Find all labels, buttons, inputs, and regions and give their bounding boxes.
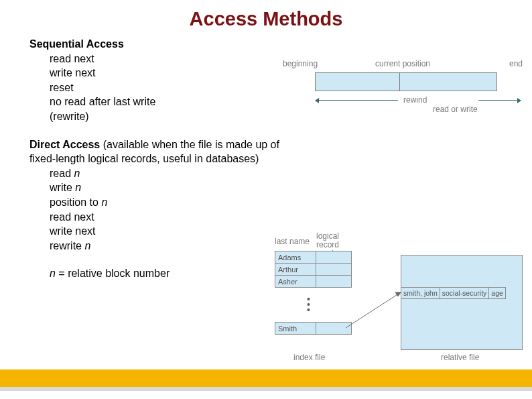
label-read-write: read or write xyxy=(433,105,478,114)
footer-bar xyxy=(0,369,532,387)
label-beginning: beginning xyxy=(283,59,318,68)
label-current-position: current position xyxy=(375,59,430,68)
figure-sequential-access: beginning current position end rewind re… xyxy=(277,63,524,117)
seq-op: reset xyxy=(50,80,284,95)
svg-marker-1 xyxy=(395,292,401,296)
label-relative-file: relative file xyxy=(441,353,479,362)
figure-direct-access: last name logical record number Adams Ar… xyxy=(273,235,528,382)
footer-edge xyxy=(0,387,532,391)
direct-op: rewrite n xyxy=(50,239,284,253)
pointer-line-icon xyxy=(273,235,528,369)
rewind-arrow-icon xyxy=(319,100,398,101)
current-position-marker xyxy=(399,72,400,91)
direct-op: read n xyxy=(50,166,284,181)
direct-heading-line: Direct Access (available when the file i… xyxy=(29,137,284,166)
label-index-file: index file xyxy=(293,353,325,362)
seq-op: no read after last write xyxy=(50,95,284,109)
direct-footnote: n = relative block number xyxy=(50,266,284,281)
seq-op: read next xyxy=(50,52,284,66)
seq-op: write next xyxy=(50,66,284,80)
slide-body: Sequential Access read next write next r… xyxy=(29,37,284,281)
direct-op: read next xyxy=(50,210,284,225)
sequential-heading: Sequential Access xyxy=(29,37,284,52)
tape-rect xyxy=(315,72,497,91)
svg-line-0 xyxy=(346,292,401,328)
direct-op: position to n xyxy=(50,195,284,210)
label-end: end xyxy=(509,59,523,68)
direct-heading: Direct Access xyxy=(29,139,100,150)
seq-op: (rewrite) xyxy=(50,109,284,124)
readwrite-arrow-icon xyxy=(478,100,517,101)
label-rewind: rewind xyxy=(403,95,427,105)
direct-op: write n xyxy=(50,180,284,195)
page-title: Access Methods xyxy=(0,8,532,30)
direct-op: write next xyxy=(50,224,284,239)
